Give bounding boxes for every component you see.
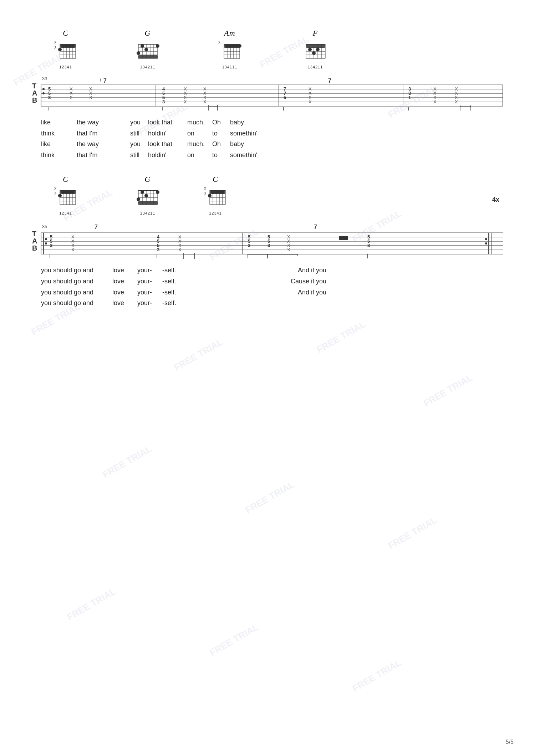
lyric2-2-3: your- bbox=[137, 276, 162, 287]
svg-point-30 bbox=[141, 44, 144, 48]
svg-point-64 bbox=[308, 48, 312, 51]
chord-diagram-C-2b: x 3 bbox=[203, 185, 228, 210]
chord-diagram-G-2 bbox=[136, 185, 160, 210]
chord-C-2b: C x 3 bbox=[203, 175, 228, 215]
lyric-1-2: the way bbox=[77, 117, 130, 128]
svg-rect-67 bbox=[306, 44, 325, 48]
chord-name-F-1: F bbox=[313, 29, 318, 38]
lyric2-1-4: -self. bbox=[162, 265, 194, 276]
lyric2-1-5: And if you bbox=[194, 265, 337, 276]
lyric-1-1: like bbox=[41, 117, 77, 128]
svg-point-32 bbox=[144, 48, 148, 51]
svg-text:X: X bbox=[433, 99, 437, 104]
chord-name-C-2b: C bbox=[213, 175, 218, 184]
lyric2-1-2: love bbox=[112, 265, 137, 276]
lyric2-3-3: your- bbox=[137, 287, 162, 298]
repeat-4x: 4x bbox=[492, 196, 499, 204]
lyric-4-5: on bbox=[187, 150, 212, 161]
section-1: C x 3 bbox=[29, 29, 506, 160]
lyric-2-3: still bbox=[130, 128, 148, 139]
svg-text:3: 3 bbox=[248, 243, 250, 248]
chord-fingers-C-2: 12341 bbox=[59, 211, 72, 215]
svg-text:7: 7 bbox=[314, 224, 317, 230]
svg-text:X: X bbox=[184, 99, 187, 104]
svg-text:X: X bbox=[287, 247, 290, 252]
svg-text:𝄽: 𝄽 bbox=[100, 78, 101, 82]
svg-text:X: X bbox=[70, 95, 73, 100]
chord-fingers-F-1: 134211 bbox=[308, 65, 323, 69]
svg-text:X: X bbox=[71, 247, 75, 252]
svg-rect-18 bbox=[60, 44, 76, 48]
lyric2-2-1: you should go and bbox=[41, 276, 112, 287]
svg-point-84 bbox=[42, 92, 45, 94]
lyric-3-7: baby bbox=[230, 139, 266, 150]
lyric-1-5: much. bbox=[187, 117, 212, 128]
watermark-9: FREE TRIAL bbox=[172, 336, 225, 373]
svg-rect-155 bbox=[60, 190, 76, 194]
svg-text:X: X bbox=[178, 247, 182, 252]
svg-point-31 bbox=[137, 51, 140, 55]
watermark-10: FREE TRIAL bbox=[315, 319, 368, 355]
chord-C-2: C x 3 bbox=[54, 175, 78, 215]
chord-row-1: C x 3 bbox=[29, 29, 506, 71]
svg-text:T: T bbox=[32, 82, 36, 90]
lyric2-2-5: Cause if you bbox=[194, 276, 337, 287]
lyric-1-3: you bbox=[130, 117, 148, 128]
page: FREE TRIAL FREE TRIAL FREE TRIAL FREE TR… bbox=[0, 0, 535, 756]
lyric-2-1: think bbox=[41, 128, 77, 139]
svg-point-33 bbox=[156, 44, 159, 48]
chord-diagram-G-1 bbox=[136, 38, 160, 64]
svg-point-170 bbox=[156, 190, 159, 194]
lyric-2-2: that I'm bbox=[77, 128, 130, 139]
chord-G-2: G bbox=[136, 175, 160, 215]
lyric-2-6: to bbox=[212, 128, 230, 139]
svg-text:B: B bbox=[32, 244, 37, 252]
svg-text:A: A bbox=[32, 237, 37, 245]
svg-text:3: 3 bbox=[157, 247, 159, 252]
lyric-3-1: like bbox=[41, 139, 77, 150]
svg-text:B: B bbox=[32, 96, 37, 104]
lyric-3-2: the way bbox=[77, 139, 130, 150]
lyrics-section-1: like the way you look that much. Oh baby… bbox=[29, 117, 506, 160]
svg-rect-240 bbox=[339, 236, 348, 240]
lyric-3-6: Oh bbox=[212, 139, 230, 150]
lyric2-3-2: love bbox=[112, 287, 137, 298]
chord-fingers-Am-1: 134111 bbox=[222, 65, 238, 69]
watermark-12: FREE TRIAL bbox=[101, 443, 154, 480]
svg-text:3: 3 bbox=[50, 243, 52, 248]
tab-svg-2: T A B 35 bbox=[29, 221, 506, 262]
lyric-2-4: holdin' bbox=[148, 128, 187, 139]
chord-Am-1: Am x bbox=[218, 29, 242, 69]
lyric2-4-5 bbox=[194, 298, 337, 309]
svg-point-168 bbox=[137, 197, 140, 201]
svg-text:x: x bbox=[54, 186, 56, 191]
svg-point-207 bbox=[485, 238, 487, 240]
svg-point-203 bbox=[45, 238, 47, 240]
svg-point-167 bbox=[141, 190, 144, 194]
tab-staff-2: T A B 35 bbox=[29, 221, 506, 262]
watermark-14: FREE TRIAL bbox=[386, 515, 439, 551]
svg-point-83 bbox=[42, 88, 45, 90]
lyric-4-2: that I'm bbox=[77, 150, 130, 161]
svg-text:5: 5 bbox=[284, 95, 286, 100]
lyric-1-4: look that bbox=[148, 117, 187, 128]
svg-rect-171 bbox=[138, 201, 158, 205]
lyric-1-6: Oh bbox=[212, 117, 230, 128]
svg-text:3: 3 bbox=[48, 95, 51, 100]
svg-text:x: x bbox=[218, 40, 220, 45]
chord-diagram-C-2: x 3 bbox=[54, 185, 78, 210]
chord-diagram-Am-1: x bbox=[218, 38, 242, 64]
lyric-2-5: on bbox=[187, 128, 212, 139]
svg-text:7: 7 bbox=[328, 78, 331, 84]
svg-text:1: 1 bbox=[408, 95, 411, 100]
lyric2-3-4: -self. bbox=[162, 287, 194, 298]
chord-diagram-F-1 bbox=[303, 38, 327, 64]
chord-fingers-C-1: 12341 bbox=[59, 65, 72, 69]
page-number: 5/5 bbox=[506, 739, 514, 745]
svg-point-17 bbox=[58, 48, 62, 51]
watermark-11: FREE TRIAL bbox=[422, 372, 475, 409]
svg-text:X: X bbox=[455, 99, 458, 104]
svg-rect-190 bbox=[210, 190, 225, 194]
lyric2-1-1: you should go and bbox=[41, 265, 112, 276]
lyric2-4-4: -self. bbox=[162, 298, 194, 309]
